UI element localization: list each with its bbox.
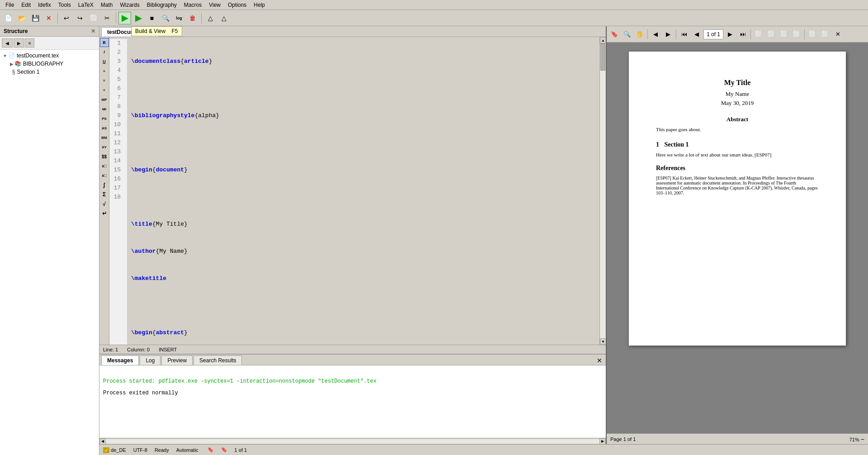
hscroll-track[interactable]	[106, 439, 599, 444]
menu-view[interactable]: View	[205, 1, 224, 9]
scroll-down-btn[interactable]: ▼	[600, 338, 606, 345]
cut-button[interactable]: ✂	[101, 12, 113, 24]
pdf-view-btn1[interactable]: ⬜	[753, 28, 764, 40]
tab-log[interactable]: Log	[140, 355, 160, 365]
hscroll-left[interactable]: ◀	[99, 438, 106, 445]
scroll-thumb[interactable]	[600, 43, 605, 71]
pdf-nav-next-btn[interactable]: ▶	[662, 28, 674, 40]
close-button[interactable]: ✕	[42, 12, 55, 24]
tree-item-section[interactable]: § Section 1	[9, 68, 97, 76]
pdf-search-btn[interactable]: 🔍	[621, 28, 633, 40]
pdf-hand-btn[interactable]: 🖐	[634, 28, 646, 40]
tab-messages[interactable]: Messages	[101, 355, 139, 365]
tab-preview[interactable]: Preview	[161, 355, 193, 365]
code-editor[interactable]: 12345 678910 1112131415 161718 \document…	[109, 37, 599, 345]
code-lines[interactable]: \documentclass{article} \bibliographysty…	[127, 39, 599, 345]
pdf-status-bar: Page 1 of 1 71% −	[607, 433, 868, 444]
menubar: File Edit Idefix Tools LaTeX Math Wizard…	[0, 0, 868, 10]
pdf-first-btn[interactable]: ⏮	[678, 28, 690, 40]
align-full-btn[interactable]: ≡	[100, 66, 109, 76]
menu-latex[interactable]: LaTeX	[75, 1, 97, 9]
menu-edit[interactable]: Edit	[18, 1, 34, 9]
superscript-x-btn[interactable]: x□	[100, 171, 109, 180]
scroll-track[interactable]	[600, 43, 606, 338]
subscript-x-btn[interactable]: x□	[100, 161, 109, 171]
sqrt-btn[interactable]: √	[100, 199, 109, 209]
build-view-button[interactable]: ▶	[118, 12, 131, 24]
tree-item-file[interactable]: ▼ 📄 testDocument.tex	[2, 52, 97, 60]
pdf-page-status: Page 1 of 1	[610, 436, 636, 442]
bottom-hscrollbar: ◀ ▶	[99, 438, 606, 444]
pdf-section-title: Section 1	[665, 141, 689, 148]
menu-idefix[interactable]: Idefix	[34, 1, 55, 9]
pdf-prev-page-btn[interactable]: ◀	[691, 28, 703, 40]
pdf-view-btn2[interactable]: ⬜	[765, 28, 777, 40]
status-encoding: UTF-8	[133, 447, 147, 453]
struct-nav-next[interactable]: ▶	[14, 38, 24, 47]
clean-button[interactable]: 🗑	[186, 12, 199, 24]
bold-btn[interactable]: B	[100, 38, 109, 47]
pdf-view-btn4[interactable]: ⬜	[791, 28, 802, 40]
struct-nav-prev[interactable]: ◀	[2, 38, 13, 47]
pdf-nav-prev-btn[interactable]: ◀	[650, 28, 661, 40]
menu-file[interactable]: File	[2, 1, 18, 9]
pdf-maximize-btn[interactable]: ⬜	[807, 28, 818, 40]
pdf-doc-date: May 30, 2019	[656, 100, 819, 107]
bottom-panel-close[interactable]: ✕	[595, 357, 604, 364]
pdf-restore-btn[interactable]: ⬜	[819, 28, 831, 40]
triangle1-button[interactable]: △	[204, 12, 217, 24]
copy-button[interactable]: ⬜	[87, 12, 100, 24]
align-right-btn[interactable]: ≡	[100, 85, 109, 95]
stop-button[interactable]: ■	[146, 12, 158, 24]
menu-bibliography[interactable]: Bibliography	[143, 1, 180, 9]
status-column: Column: 0	[127, 347, 150, 352]
tree-item-bib[interactable]: ▶ 📚 BIBLIOGRAPHY	[9, 60, 97, 68]
struct-view-btn[interactable]: ≡	[25, 38, 34, 47]
pdf-close-btn[interactable]: ✕	[832, 28, 844, 40]
pdf-next-page-btn[interactable]: ▶	[724, 28, 736, 40]
separator1	[57, 13, 58, 24]
integral-btn[interactable]: ∫	[100, 180, 109, 190]
undo-button[interactable]: ↩	[60, 12, 73, 24]
pdf-content[interactable]: My Title My Name May 30, 2019 Abstract T…	[607, 43, 868, 433]
hscroll-right[interactable]: ▶	[599, 438, 606, 445]
menu-math[interactable]: Math	[97, 1, 117, 9]
find-button[interactable]: 🔍	[159, 12, 172, 24]
italic-btn[interactable]: I	[100, 47, 109, 57]
menu-help[interactable]: Help	[250, 1, 269, 9]
spell-lang: de_DE	[111, 447, 126, 453]
menu-macros[interactable]: Macros	[180, 1, 205, 9]
dollar-btn[interactable]: $$	[100, 152, 109, 161]
run-button[interactable]: ▶	[132, 12, 145, 24]
triangle2-button[interactable]: △	[217, 12, 230, 24]
pdf-sep2	[676, 29, 676, 39]
structure-title: Structure	[4, 28, 28, 34]
underline-btn[interactable]: U	[100, 57, 109, 66]
log-button[interactable]: log	[173, 12, 185, 24]
structure-close-button[interactable]: ✕	[91, 28, 95, 34]
tab-search-results[interactable]: Search Results	[193, 355, 242, 365]
code-line-7: \title{My Title}	[131, 220, 599, 229]
pdf-bookmark-btn[interactable]: 🔖	[609, 28, 620, 40]
ps-btn[interactable]: PS	[100, 114, 109, 123]
scroll-up-btn[interactable]: ▲	[600, 37, 606, 43]
as-btn[interactable]: AS	[100, 123, 109, 133]
pdf-zoom-out-btn[interactable]: −	[861, 436, 864, 443]
align-center-btn[interactable]: ≡	[100, 76, 109, 85]
tree-arrow-bib: ▶	[10, 62, 14, 66]
menu-options[interactable]: Options	[224, 1, 250, 9]
open-button[interactable]: 📂	[15, 12, 28, 24]
save-button[interactable]: 💾	[29, 12, 42, 24]
mi-btn[interactable]: MI	[100, 104, 109, 114]
new-button[interactable]: 📄	[2, 12, 14, 24]
pdf-view-btn3[interactable]: ⬜	[778, 28, 790, 40]
menu-wizards[interactable]: Wizards	[116, 1, 143, 9]
redo-button[interactable]: ↪	[74, 12, 86, 24]
sum-btn[interactable]: Σ	[100, 190, 109, 199]
pdf-last-btn[interactable]: ⏭	[737, 28, 749, 40]
return-arrow-btn[interactable]: ↵	[100, 209, 109, 218]
menu-tools[interactable]: Tools	[55, 1, 75, 9]
mp-btn[interactable]: MP	[100, 95, 109, 104]
xy-btn[interactable]: XY	[100, 142, 109, 152]
bm-btn[interactable]: BM	[100, 133, 109, 142]
